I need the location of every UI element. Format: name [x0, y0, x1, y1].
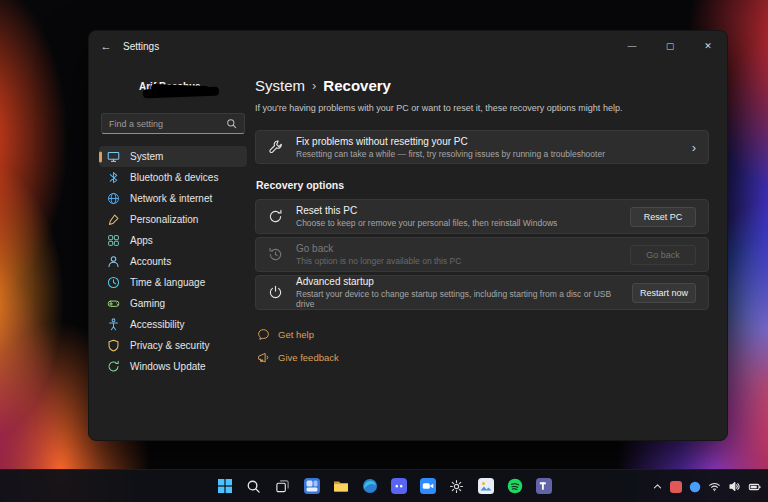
restart-power-icon [268, 285, 284, 301]
photos-button[interactable] [474, 474, 498, 498]
taskbar-search-button[interactable] [242, 474, 266, 498]
give-feedback-label: Give feedback [278, 352, 339, 363]
red-app-icon [670, 481, 682, 493]
main-content: System › Recovery If you're having probl… [253, 61, 727, 441]
sidebar-item-system[interactable]: System [99, 146, 247, 167]
tray-app-blue[interactable] [689, 481, 701, 493]
maximize-button[interactable]: ▢ [651, 31, 689, 61]
reset-pc-text: Reset this PC Choose to keep or remove y… [296, 205, 557, 228]
window-title: Settings [123, 41, 159, 52]
sidebar-item-label: System [130, 151, 163, 162]
reset-arrow-icon [268, 209, 284, 225]
sidebar-item-accounts[interactable]: Accounts [99, 251, 247, 272]
bluetooth-icon [107, 171, 120, 184]
close-button[interactable]: ✕ [689, 31, 727, 61]
go-back-button: Go back [630, 245, 696, 265]
sidebar-item-label: Gaming [130, 298, 165, 309]
sidebar-item-personalization[interactable]: Personalization [99, 209, 247, 230]
sidebar-item-label: Time & language [130, 277, 205, 288]
windows-logo-icon [217, 478, 233, 494]
reset-pc-row: Reset this PC Choose to keep or remove y… [255, 199, 709, 234]
sidebar-item-windows-update[interactable]: Windows Update [99, 356, 247, 377]
give-feedback-link[interactable]: Give feedback [257, 351, 339, 364]
gear-icon [449, 479, 464, 494]
sidebar-item-label: Personalization [130, 214, 198, 225]
task-view-button[interactable] [271, 474, 295, 498]
teams-button[interactable] [532, 474, 556, 498]
back-button[interactable]: ← [89, 31, 123, 61]
task-view-icon [275, 479, 290, 494]
start-button[interactable] [213, 474, 237, 498]
widgets-button[interactable] [300, 474, 324, 498]
teams-icon [536, 478, 552, 494]
volume-indicator[interactable] [728, 480, 741, 493]
sidebar-item-label: Accounts [130, 256, 171, 267]
file-explorer-button[interactable] [329, 474, 353, 498]
user-profile[interactable]: Arif Bacchus [101, 67, 247, 105]
file-explorer-icon [333, 478, 349, 494]
selection-indicator [99, 151, 102, 162]
hidden-icons-chevron[interactable] [652, 481, 663, 492]
search-box [101, 113, 245, 134]
get-help-label: Get help [278, 329, 314, 340]
wifi-indicator[interactable] [708, 480, 721, 493]
sidebar-item-apps[interactable]: Apps [99, 230, 247, 251]
minimize-button[interactable]: — [613, 31, 651, 61]
reset-pc-subtitle: Choose to keep or remove your personal f… [296, 218, 557, 228]
go-back-title: Go back [296, 243, 461, 254]
fix-card-title: Fix problems without resetting your PC [296, 136, 605, 147]
help-chat-icon [257, 328, 270, 341]
reset-pc-button[interactable]: Reset PC [630, 207, 696, 227]
sidebar-item-bluetooth-devices[interactable]: Bluetooth & devices [99, 167, 247, 188]
window-controls: — ▢ ✕ [613, 31, 727, 61]
sidebar-item-privacy-security[interactable]: Privacy & security [99, 335, 247, 356]
shield-icon [107, 339, 120, 352]
search-icon [246, 479, 261, 494]
tray-app-red[interactable] [670, 481, 682, 493]
person-icon [107, 255, 120, 268]
discord-button[interactable] [387, 474, 411, 498]
paintbrush-icon [107, 213, 120, 226]
advanced-startup-title: Advanced startup [296, 276, 620, 287]
sidebar-item-gaming[interactable]: Gaming [99, 293, 247, 314]
get-help-link[interactable]: Get help [257, 328, 314, 341]
battery-indicator[interactable] [748, 480, 762, 494]
spotify-icon [507, 478, 523, 494]
redacted-email [143, 87, 219, 99]
chevron-up-icon [652, 481, 663, 492]
sidebar-item-network-internet[interactable]: Network & internet [99, 188, 247, 209]
fix-problems-card[interactable]: Fix problems without resetting your PC R… [255, 130, 709, 164]
sidebar-item-accessibility[interactable]: Accessibility [99, 314, 247, 335]
sidebar-item-label: Privacy & security [130, 340, 209, 351]
page-description: If you're having problems with your PC o… [255, 103, 709, 113]
zoom-icon [420, 478, 436, 494]
page-title: Recovery [323, 77, 391, 94]
sidebar-item-time-language[interactable]: Time & language [99, 272, 247, 293]
restart-now-button[interactable]: Restart now [632, 283, 696, 303]
reset-pc-title: Reset this PC [296, 205, 557, 216]
widgets-icon [304, 478, 320, 494]
feedback-megaphone-icon [257, 351, 270, 364]
section-title: Recovery options [256, 179, 709, 191]
sidebar-item-label: Windows Update [130, 361, 206, 372]
search-icon [226, 118, 237, 129]
minimize-icon: — [628, 41, 637, 51]
sidebar-item-label: Network & internet [130, 193, 212, 204]
go-back-text: Go back This option is no longer availab… [296, 243, 461, 266]
system-tray [652, 470, 762, 502]
edge-icon [362, 478, 378, 494]
wifi-icon [708, 480, 721, 493]
breadcrumb-separator-icon: › [312, 78, 316, 93]
search-input[interactable] [109, 119, 226, 129]
globe-icon [107, 192, 120, 205]
zoom-button[interactable] [416, 474, 440, 498]
fix-card-text: Fix problems without resetting your PC R… [296, 136, 605, 159]
edge-browser-button[interactable] [358, 474, 382, 498]
sidebar-item-label: Apps [130, 235, 153, 246]
breadcrumb-system[interactable]: System [255, 77, 305, 94]
history-icon [268, 247, 284, 263]
chevron-right-icon: › [692, 140, 696, 155]
spotify-button[interactable] [503, 474, 527, 498]
settings-app-button[interactable] [445, 474, 469, 498]
desktop: ← Settings — ▢ ✕ Arif Bacchus [0, 0, 768, 502]
